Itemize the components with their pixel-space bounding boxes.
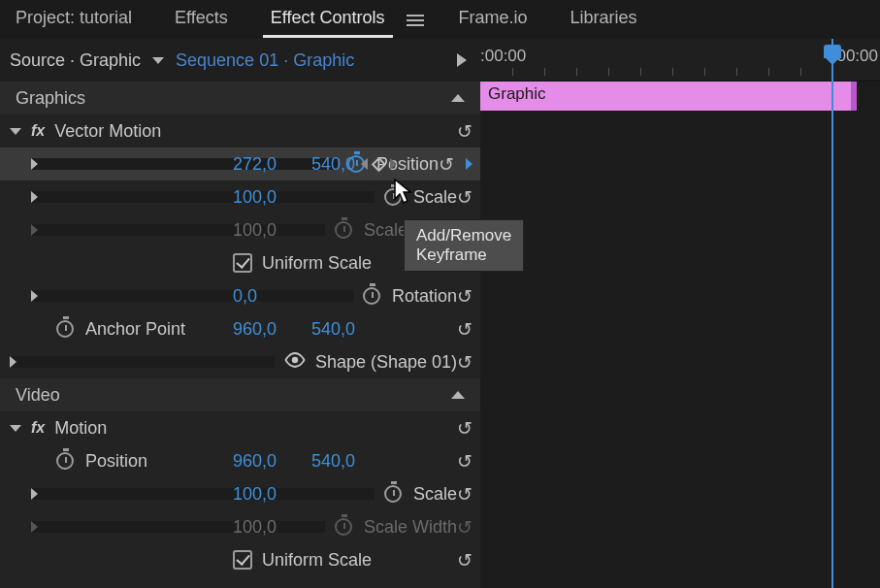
- tab-project[interactable]: Project: tutorial: [8, 2, 140, 38]
- clip-bar[interactable]: Graphic: [480, 82, 857, 111]
- effect-motion[interactable]: fx Motion ↺: [0, 411, 480, 444]
- twirl-right-icon[interactable]: [31, 488, 375, 500]
- reset-icon[interactable]: ↺: [457, 285, 473, 308]
- reset-icon[interactable]: ↺: [457, 417, 473, 440]
- value[interactable]: 100,0: [233, 484, 277, 505]
- prop-m-scale-width: Scale Width 100,0 ↺: [0, 510, 480, 543]
- effect-name: Vector Motion: [54, 121, 161, 142]
- prop-label: Anchor Point: [85, 319, 185, 340]
- prop-vm-anchor[interactable]: Anchor Point 960,0 540,0 ↺: [0, 312, 480, 345]
- prop-label: Rotation: [392, 286, 457, 307]
- play-icon[interactable]: [457, 53, 467, 67]
- stopwatch-icon[interactable]: [363, 287, 380, 305]
- collapse-icon[interactable]: [451, 391, 465, 399]
- keyframe-nav: [361, 158, 397, 170]
- prop-label: Uniform Scale: [262, 550, 372, 571]
- effect-vector-motion[interactable]: fx Vector Motion ↺: [0, 114, 480, 147]
- breadcrumb: Source · Graphic Sequence 01 · Graphic: [0, 39, 480, 82]
- effect-shape[interactable]: Shape (Shape 01) ↺: [0, 345, 480, 378]
- timeline-panel: :00:00 00:00 Graphic: [480, 39, 880, 588]
- chevron-down-icon[interactable]: [152, 57, 164, 64]
- value[interactable]: 0,0: [233, 286, 257, 307]
- twirl-down-icon[interactable]: [10, 128, 21, 135]
- prop-m-uniform-scale[interactable]: Uniform Scale ↺: [0, 543, 480, 576]
- value: 100,0: [233, 517, 277, 538]
- timecode-end: 00:00: [836, 47, 878, 66]
- reset-icon[interactable]: ↺: [457, 450, 473, 473]
- expand-keyframes-icon[interactable]: [466, 158, 473, 170]
- prop-label: Uniform Scale: [262, 253, 372, 274]
- next-keyframe-icon[interactable]: [390, 158, 397, 170]
- value-y[interactable]: 540,0: [311, 154, 355, 175]
- tab-libraries[interactable]: Libraries: [563, 2, 645, 38]
- ruler-ticks: [480, 68, 880, 78]
- tooltip: Add/Remove Keyframe: [404, 219, 524, 272]
- breadcrumb-sequence[interactable]: Sequence 01 · Graphic: [176, 50, 354, 71]
- section-graphics[interactable]: Graphics: [0, 82, 480, 114]
- fx-badge-icon[interactable]: fx: [31, 122, 45, 140]
- prop-m-position[interactable]: Position 960,0 540,0 ↺: [0, 444, 480, 477]
- stopwatch-icon[interactable]: [384, 485, 402, 503]
- effect-name: Motion: [54, 418, 107, 439]
- stopwatch-icon[interactable]: [56, 452, 74, 470]
- prop-vm-scale[interactable]: Scale 100,0 ↺: [0, 180, 480, 213]
- twirl-right-icon[interactable]: [31, 191, 375, 203]
- eye-icon[interactable]: [284, 352, 306, 373]
- reset-icon[interactable]: ↺: [457, 318, 473, 341]
- tab-effects[interactable]: Effects: [167, 2, 236, 38]
- prop-label: Scale: [413, 484, 457, 505]
- reset-icon: ↺: [457, 516, 473, 539]
- twirl-right-icon: [31, 521, 325, 533]
- value-y[interactable]: 540,0: [311, 319, 355, 340]
- tab-frameio[interactable]: Frame.io: [451, 2, 536, 38]
- twirl-down-icon[interactable]: [10, 425, 21, 432]
- breadcrumb-source[interactable]: Source · Graphic: [10, 50, 141, 71]
- effect-name: Shape (Shape 01): [315, 352, 457, 373]
- effect-controls-panel: Source · Graphic Sequence 01 · Graphic G…: [0, 39, 480, 588]
- value-x[interactable]: 272,0: [233, 154, 277, 175]
- playhead[interactable]: [831, 39, 833, 588]
- prev-keyframe-icon[interactable]: [361, 158, 368, 170]
- reset-icon[interactable]: ↺: [457, 351, 473, 374]
- prop-m-scale[interactable]: Scale 100,0 ↺: [0, 477, 480, 510]
- twirl-right-icon[interactable]: [31, 290, 353, 302]
- stopwatch-icon: [335, 518, 352, 536]
- checkbox[interactable]: [233, 253, 252, 273]
- twirl-right-icon[interactable]: [10, 356, 275, 368]
- reset-icon[interactable]: ↺: [457, 186, 473, 209]
- reset-icon[interactable]: ↺: [439, 153, 454, 176]
- section-video[interactable]: Video: [0, 378, 480, 411]
- checkbox[interactable]: [233, 550, 252, 570]
- stopwatch-icon: [335, 221, 352, 239]
- stopwatch-icon[interactable]: [56, 320, 74, 338]
- fx-badge-icon[interactable]: fx: [31, 419, 45, 437]
- twirl-right-icon: [31, 224, 325, 236]
- stopwatch-icon[interactable]: [384, 188, 402, 206]
- value[interactable]: 100,0: [233, 187, 277, 208]
- value-y[interactable]: 540,0: [311, 451, 355, 472]
- prop-label: Position: [85, 451, 147, 472]
- section-graphics-label: Graphics: [16, 88, 85, 109]
- reset-icon[interactable]: ↺: [457, 483, 473, 506]
- add-remove-keyframe-icon[interactable]: [372, 156, 387, 172]
- prop-label: Scale: [413, 187, 457, 208]
- tab-effect-controls[interactable]: Effect Controls: [263, 2, 393, 38]
- reset-icon[interactable]: ↺: [457, 120, 473, 143]
- value: 100,0: [233, 220, 277, 241]
- svg-point-0: [292, 356, 298, 362]
- panel-menu-icon[interactable]: [407, 15, 424, 26]
- reset-icon[interactable]: ↺: [457, 549, 473, 572]
- prop-label: Scale Width: [364, 517, 457, 538]
- timecode-start: :00:00: [480, 47, 526, 66]
- panel-tab-bar: Project: tutorial Effects Effect Control…: [0, 0, 880, 39]
- section-video-label: Video: [16, 385, 60, 406]
- collapse-icon[interactable]: [451, 94, 465, 102]
- time-ruler[interactable]: :00:00 00:00: [480, 39, 880, 82]
- prop-vm-position[interactable]: Position 272,0 540,0 ↺: [0, 147, 480, 180]
- prop-vm-rotation[interactable]: Rotation 0,0 ↺: [0, 279, 480, 312]
- value-x[interactable]: 960,0: [233, 451, 277, 472]
- value-x[interactable]: 960,0: [233, 319, 277, 340]
